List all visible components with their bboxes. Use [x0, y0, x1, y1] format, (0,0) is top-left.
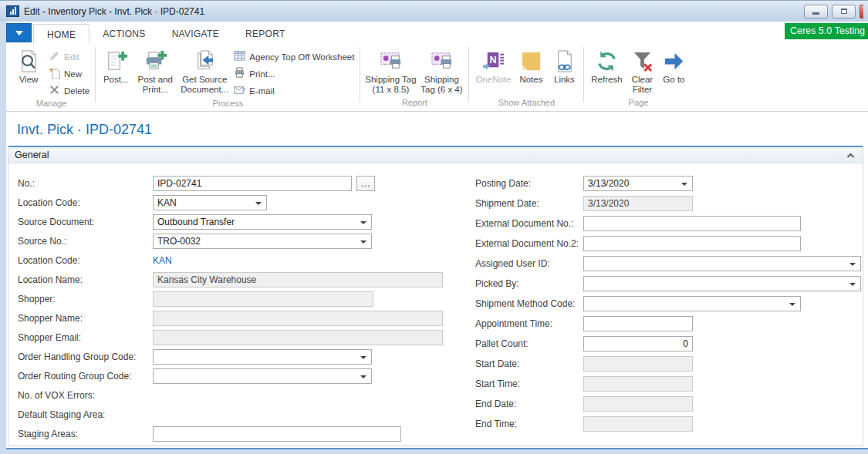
shipment-date-label: Shipment Date: — [475, 198, 583, 209]
ribbon-separator — [360, 47, 360, 102]
start-date-value — [583, 356, 693, 372]
page-content: Invt. Pick · IPD-02741 General No.: ... — [6, 112, 868, 449]
ribbon-separator — [95, 47, 96, 102]
appointment-time-label: Appointment Time: — [475, 318, 583, 329]
shipping-tag-report-icon — [379, 47, 403, 75]
clear-filter-button[interactable]: Clear Filter — [626, 45, 658, 95]
general-fasttab: General No.: ... Location Co — [8, 146, 863, 446]
shipment-date-value: 3/13/2020 — [583, 196, 693, 211]
chevron-down-icon — [849, 263, 856, 266]
chevron-down-icon — [360, 240, 366, 244]
field-shopper-name: Shopper Name: — [18, 308, 465, 328]
maximize-restore-button[interactable] — [832, 5, 856, 18]
picked-by-combo[interactable] — [583, 276, 861, 291]
minimize-button[interactable] — [804, 5, 828, 18]
tab-report[interactable]: REPORT — [232, 24, 299, 44]
refresh-button[interactable]: Refresh — [587, 45, 626, 85]
field-appointment-time: Appointment Time: — [475, 314, 863, 334]
field-no: No.: ... — [18, 173, 465, 193]
field-posting-date: Posting Date: 3/13/2020 — [475, 173, 863, 193]
title-bar: Edit - Inventory Pick - Invt. Pick · IPD… — [0, 0, 868, 22]
tab-navigate[interactable]: NAVIGATE — [159, 24, 232, 44]
field-end-time: End Time: — [475, 414, 863, 434]
external-document-no-input[interactable] — [583, 216, 801, 231]
order-handling-group-code-combo[interactable] — [153, 349, 372, 365]
pallet-count-input[interactable] — [583, 336, 693, 351]
clear-filter-icon — [630, 47, 654, 75]
ribbon-group-manage: View Edit New Delete — [11, 44, 92, 111]
delete-button[interactable]: Delete — [46, 83, 92, 98]
field-assigned-user-id: Assigned User ID: — [475, 254, 863, 274]
location-code-link[interactable]: KAN — [153, 255, 172, 266]
no-of-vox-errors-label: No. of VOX Errors: — [18, 390, 153, 401]
onenote-icon: N — [481, 47, 505, 75]
field-external-document-no2: External Document No.2: — [475, 234, 863, 254]
go-to-button[interactable]: Go to — [658, 45, 689, 85]
post-button[interactable]: Post... — [99, 45, 133, 85]
email-button[interactable]: E-mail — [231, 83, 356, 98]
shipment-method-code-combo[interactable] — [583, 296, 801, 311]
notes-button[interactable]: Notes — [514, 45, 548, 85]
agency-top-off-worksheet-button[interactable]: Agency Top Off Worksheet — [231, 49, 356, 64]
assigned-user-id-label: Assigned User ID: — [475, 258, 583, 269]
start-time-label: Start Time: — [475, 378, 583, 389]
appointment-time-input[interactable] — [583, 316, 693, 331]
end-date-label: End Date: — [475, 399, 583, 409]
new-button[interactable]: New — [46, 66, 92, 81]
general-fasttab-title: General — [15, 150, 49, 160]
view-button[interactable]: View — [11, 45, 46, 85]
posting-date-label: Posting Date: — [475, 178, 583, 189]
no-label: No.: — [18, 178, 153, 189]
post-and-print-button[interactable]: Post and Print... — [133, 45, 177, 95]
field-picked-by: Picked By: — [475, 274, 863, 294]
tab-home[interactable]: HOME — [33, 24, 90, 44]
application-menu-button[interactable] — [6, 23, 32, 42]
location-name-label: Location Name: — [18, 274, 153, 285]
order-routing-group-code-combo[interactable] — [153, 368, 372, 384]
minimize-icon — [812, 12, 819, 15]
posting-date-combo[interactable]: 3/13/2020 — [583, 176, 693, 191]
post-and-print-icon — [144, 47, 167, 75]
ribbon-group-label-report: Report — [363, 97, 465, 111]
end-time-value — [583, 416, 693, 432]
print-button[interactable]: Print... — [231, 66, 356, 81]
source-document-combo[interactable]: Outbound Transfer — [153, 214, 372, 230]
default-staging-area-label: Default Staging Area: — [18, 409, 153, 420]
chevron-down-icon — [360, 375, 366, 378]
chevron-down-icon — [681, 183, 687, 186]
window-title: Edit - Inventory Pick - Invt. Pick · IPD… — [24, 6, 204, 17]
assigned-user-id-combo[interactable] — [583, 256, 861, 271]
shopper-email-label: Shopper Email: — [18, 332, 153, 343]
get-source-document-button[interactable]: Get Source Document... — [177, 45, 231, 95]
delete-x-icon — [49, 84, 60, 97]
shipping-tag-11x85-button[interactable]: Shipping Tag (11 x 8.5) — [363, 45, 417, 95]
close-button[interactable] — [860, 5, 863, 18]
field-source-no: Source No.: TRO-0032 — [18, 231, 465, 251]
location-code-combo[interactable]: KAN — [153, 195, 267, 210]
no-input[interactable] — [153, 176, 352, 191]
field-order-handling-group-code: Order Handling Group Code: — [18, 347, 465, 366]
staging-areas-label: Staging Areas: — [18, 429, 153, 439]
svg-text:N: N — [489, 55, 496, 66]
field-shipment-method-code: Shipment Method Code: — [475, 294, 863, 314]
collapse-chevron-icon[interactable] — [846, 148, 855, 162]
view-icon — [17, 47, 41, 75]
location-name-value: Kansas City Warehouse — [153, 272, 443, 288]
chevron-down-icon — [360, 221, 366, 224]
field-location-code: Location Code: KAN — [18, 193, 465, 212]
source-no-label: Source No.: — [18, 236, 153, 247]
field-source-document: Source Document: Outbound Transfer — [18, 212, 465, 231]
ribbon: View Edit New Delete — [6, 44, 868, 112]
field-location-code-link: Location Code: KAN — [18, 251, 465, 270]
external-document-no2-label: External Document No.2: — [475, 238, 583, 249]
general-fasttab-header[interactable]: General — [8, 146, 863, 163]
ribbon-group-page: Refresh Clear Filter Go to — [587, 44, 689, 111]
external-document-no2-input[interactable] — [583, 236, 801, 251]
staging-areas-input[interactable] — [153, 426, 401, 442]
source-no-combo[interactable]: TRO-0032 — [153, 234, 372, 249]
links-button[interactable]: Links — [548, 45, 580, 85]
no-assist-edit-button[interactable]: ... — [356, 176, 375, 191]
tab-actions[interactable]: ACTIONS — [90, 24, 158, 44]
shipping-tag-6x4-button[interactable]: Shipping Tag (6 x 4) — [417, 45, 465, 95]
ribbon-group-show-attached: N OneNote Notes Links — [472, 44, 580, 111]
